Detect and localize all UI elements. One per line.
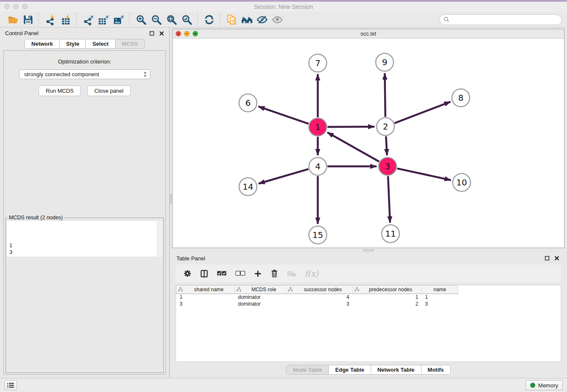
column-header-successor-nodes[interactable]: successor nodes xyxy=(286,286,353,294)
float-panel-icon[interactable] xyxy=(149,31,154,36)
export-network-button[interactable] xyxy=(80,13,96,26)
save-session-button[interactable] xyxy=(20,13,36,26)
edge-2-9[interactable] xyxy=(385,73,385,117)
edge-3-1[interactable] xyxy=(328,133,379,162)
float-table-panel-icon[interactable] xyxy=(545,256,550,261)
add-column-button[interactable] xyxy=(254,270,262,278)
cell[interactable]: 3 xyxy=(286,301,353,307)
network-overview-button[interactable] xyxy=(239,13,254,26)
column-header-mcds-role[interactable]: MCDS role xyxy=(235,286,286,294)
main-toolbar-icons xyxy=(5,13,285,26)
close-panel-icon[interactable] xyxy=(159,31,164,36)
delete-table-button[interactable] xyxy=(287,271,296,277)
zoom-out-button[interactable] xyxy=(149,13,164,26)
task-history-button[interactable] xyxy=(4,380,17,390)
vertical-splitter[interactable] xyxy=(169,28,172,378)
node-14[interactable]: 14 xyxy=(239,178,257,196)
cell[interactable]: 3 xyxy=(422,301,458,307)
import-network-button[interactable] xyxy=(43,13,58,26)
tab-style[interactable]: Style xyxy=(60,39,86,48)
edge-2-3[interactable] xyxy=(386,136,387,155)
cell[interactable]: 1 xyxy=(353,294,422,301)
open-session-button[interactable] xyxy=(5,13,20,26)
memory-button[interactable]: Memory xyxy=(526,380,563,390)
cell[interactable]: 1 xyxy=(176,294,235,301)
zoom-selected-button[interactable] xyxy=(179,13,194,26)
search-field[interactable] xyxy=(439,14,562,25)
zoom-fit-button[interactable] xyxy=(164,13,179,26)
cell[interactable]: 3 xyxy=(176,301,235,307)
node-1[interactable]: 1 xyxy=(309,118,327,136)
tab-network-table[interactable]: Network Table xyxy=(371,365,421,374)
mcds-panel: Optimization criterion: strongly connect… xyxy=(3,50,166,375)
table-settings-button[interactable] xyxy=(183,269,192,278)
table-row[interactable]: 3dominator323 xyxy=(176,301,458,307)
network-canvas[interactable]: 7968124314101511 xyxy=(173,39,564,248)
close-panel-button[interactable]: Close panel xyxy=(87,86,131,96)
tab-motifs[interactable]: Motifs xyxy=(421,365,450,374)
clone-network-icon xyxy=(226,14,237,25)
edge-1-2[interactable] xyxy=(328,127,374,127)
cell[interactable]: dominator xyxy=(235,294,286,301)
cell[interactable]: dominator xyxy=(235,301,286,307)
function-builder-button[interactable]: f(x) xyxy=(305,269,319,278)
tab-node-table[interactable]: Node Table xyxy=(286,365,329,374)
edge-3-11[interactable] xyxy=(388,176,390,223)
edge-4-14[interactable] xyxy=(259,169,308,183)
tab-edge-table[interactable]: Edge Table xyxy=(329,365,371,374)
run-mcds-button[interactable]: Run MCDS xyxy=(39,86,81,96)
edge-2-8[interactable] xyxy=(394,102,450,123)
column-label: name xyxy=(424,287,456,293)
cell[interactable]: 2 xyxy=(353,301,422,307)
minimize-window-button[interactable] xyxy=(13,4,19,9)
horizontal-splitter[interactable] xyxy=(172,248,564,253)
result-scrollbar[interactable] xyxy=(157,221,162,257)
cell[interactable]: 4 xyxy=(286,294,353,301)
select-all-columns-button[interactable] xyxy=(217,271,227,277)
network-graph[interactable]: 7968124314101511 xyxy=(173,39,564,248)
node-7[interactable]: 7 xyxy=(309,54,327,72)
zoom-in-button[interactable] xyxy=(133,13,149,26)
node-15[interactable]: 15 xyxy=(309,226,327,244)
cell[interactable]: 1 xyxy=(422,294,458,301)
node-10[interactable]: 10 xyxy=(453,174,471,191)
node-8[interactable]: 8 xyxy=(452,89,470,107)
search-input[interactable] xyxy=(452,16,558,23)
apply-layout-button[interactable] xyxy=(201,13,217,26)
table-tabs-row: Node TableEdge TableNetwork TableMotifs xyxy=(172,364,564,375)
export-table-button[interactable] xyxy=(96,13,111,26)
import-table-button[interactable] xyxy=(58,13,73,26)
node-6[interactable]: 6 xyxy=(239,94,257,112)
zoom-fit-icon xyxy=(166,14,177,25)
column-header-shared-name[interactable]: shared name xyxy=(176,286,235,294)
criterion-select[interactable]: strongly connected component xyxy=(19,69,150,79)
node-9[interactable]: 9 xyxy=(376,53,394,71)
node-3[interactable]: 3 xyxy=(379,157,396,175)
show-all-button[interactable] xyxy=(270,13,285,26)
hide-selected-button[interactable] xyxy=(254,13,270,26)
node-2[interactable]: 2 xyxy=(377,118,394,135)
column-header-predecessor-nodes[interactable]: predecessor nodes xyxy=(353,286,422,294)
column-header-name[interactable]: name xyxy=(422,286,458,294)
export-image-button[interactable] xyxy=(111,13,126,26)
node-4[interactable]: 4 xyxy=(309,157,327,175)
node-11[interactable]: 11 xyxy=(382,225,399,243)
columns-mode-button[interactable] xyxy=(200,270,208,278)
close-table-panel-icon[interactable] xyxy=(554,256,559,261)
edge-1-6[interactable] xyxy=(259,106,309,124)
edge-3-10[interactable] xyxy=(397,168,451,180)
tab-network[interactable]: Network xyxy=(25,39,60,48)
delete-column-button[interactable] xyxy=(270,269,278,278)
app-title: Session: New Session xyxy=(254,3,313,10)
svg-text:15: 15 xyxy=(312,230,323,240)
deselect-all-columns-button[interactable] xyxy=(235,271,245,277)
clone-network-button[interactable] xyxy=(224,13,239,26)
horizontal-splitter-handle[interactable] xyxy=(363,249,374,251)
close-window-button[interactable] xyxy=(4,4,10,9)
zoom-window-button[interactable] xyxy=(22,4,28,9)
tab-mcds[interactable]: MCDS xyxy=(116,39,144,48)
vertical-splitter-handle[interactable] xyxy=(170,194,172,204)
tab-select[interactable]: Select xyxy=(86,39,115,48)
column-type-icon xyxy=(355,287,359,292)
table-row[interactable]: 1dominator411 xyxy=(176,294,458,301)
